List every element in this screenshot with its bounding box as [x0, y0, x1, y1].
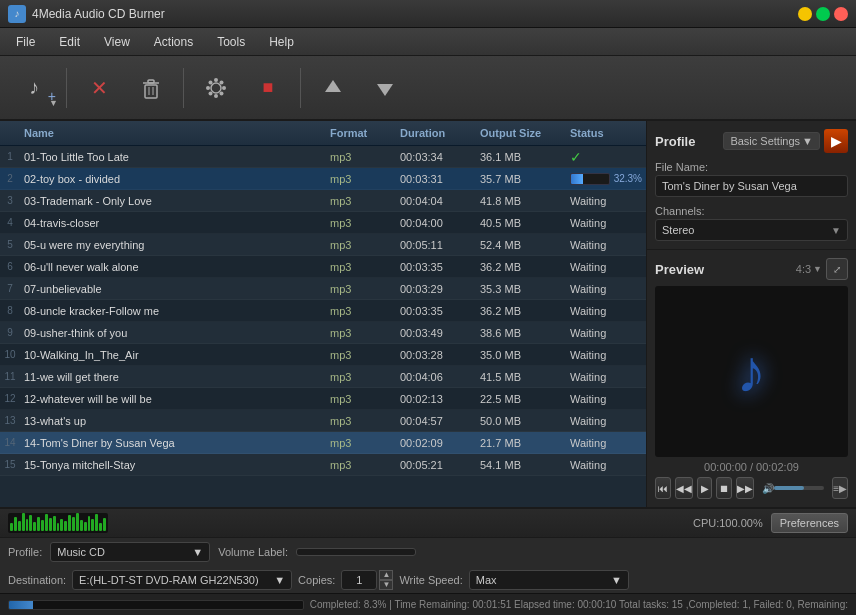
preview-canvas: ♪ [655, 286, 848, 457]
svg-rect-2 [148, 80, 154, 83]
table-row[interactable]: 5 05-u were my everything mp3 00:05:11 5… [0, 234, 646, 256]
waveform-bar [95, 514, 98, 531]
toolbar: ♪ + ▼ ✕ ■ [0, 56, 856, 121]
table-row[interactable]: 8 08-uncle kracker-Follow me mp3 00:03:3… [0, 300, 646, 322]
file-format: mp3 [326, 259, 396, 275]
file-format: mp3 [326, 149, 396, 165]
preferences-button[interactable]: Preferences [771, 513, 848, 533]
waveform-bar [22, 513, 25, 531]
close-button[interactable] [834, 7, 848, 21]
status-progress: 32.3% [566, 171, 646, 187]
rewind-button[interactable]: ◀◀ [675, 477, 693, 499]
table-row[interactable]: 11 11-we will get there mp3 00:04:06 41.… [0, 366, 646, 388]
maximize-button[interactable] [816, 7, 830, 21]
table-row[interactable]: 7 07-unbelievable mp3 00:03:29 35.3 MB W… [0, 278, 646, 300]
row-number: 14 [0, 435, 20, 450]
menu-view[interactable]: View [92, 31, 142, 53]
status-waiting: Waiting [566, 457, 646, 473]
table-row[interactable]: 12 12-whatever will be will be mp3 00:02… [0, 388, 646, 410]
copies-input[interactable]: 1 [341, 570, 377, 590]
filelist-body[interactable]: 1 01-Too Little Too Late mp3 00:03:34 36… [0, 146, 646, 507]
basic-settings-button[interactable]: Basic Settings ▼ [723, 132, 820, 150]
table-row[interactable]: 1 01-Too Little Too Late mp3 00:03:34 36… [0, 146, 646, 168]
status-waiting: Waiting [566, 435, 646, 451]
destination-select[interactable]: E:(HL-DT-ST DVD-RAM GH22N530) ▼ [72, 570, 292, 590]
skip-back-button[interactable]: ⏮ [655, 477, 671, 499]
waveform-bar [68, 515, 71, 531]
play-button[interactable]: ▶ [697, 477, 713, 499]
table-row[interactable]: 4 04-travis-closer mp3 00:04:00 40.5 MB … [0, 212, 646, 234]
file-name: 11-we will get there [20, 369, 326, 385]
waveform-bar [91, 519, 94, 531]
filename-value: Tom's Diner by Susan Vega [655, 175, 848, 197]
file-duration: 00:02:09 [396, 435, 476, 451]
titlebar: ♪ 4Media Audio CD Burner [0, 0, 856, 28]
volume-slider[interactable] [774, 486, 824, 490]
trash-icon [138, 75, 164, 101]
menu-tools[interactable]: Tools [205, 31, 257, 53]
table-row[interactable]: 14 14-Tom's Diner by Susan Vega mp3 00:0… [0, 432, 646, 454]
mini-progress-bar [570, 173, 610, 185]
table-row[interactable]: 10 10-Walking_In_The_Air mp3 00:03:28 35… [0, 344, 646, 366]
overall-progress-bar [8, 600, 304, 610]
svg-point-13 [220, 80, 224, 84]
table-row[interactable]: 6 06-u'll never walk alone mp3 00:03:35 … [0, 256, 646, 278]
col-size: Output Size [476, 125, 566, 141]
add-music-button[interactable]: ♪ + ▼ [10, 64, 58, 112]
preview-controls: ⏮ ◀◀ ▶ ⏹ ▶▶ 🔊 ≡▶ [655, 477, 848, 499]
table-row[interactable]: 3 03-Trademark - Only Love mp3 00:04:04 … [0, 190, 646, 212]
svg-point-6 [214, 78, 218, 82]
settings-button[interactable] [192, 64, 240, 112]
file-duration: 00:02:13 [396, 391, 476, 407]
move-down-button[interactable] [361, 64, 409, 112]
table-row[interactable]: 9 09-usher-think of you mp3 00:03:49 38.… [0, 322, 646, 344]
table-row[interactable]: 13 13-what's up mp3 00:04:57 50.0 MB Wai… [0, 410, 646, 432]
minimize-button[interactable] [798, 7, 812, 21]
profile-select[interactable]: Music CD ▼ [50, 542, 210, 562]
file-format: mp3 [326, 171, 396, 187]
write-speed-select[interactable]: Max ▼ [469, 570, 629, 590]
move-up-button[interactable] [309, 64, 357, 112]
file-name: 04-travis-closer [20, 215, 326, 231]
copies-down-button[interactable]: ▼ [379, 580, 393, 590]
file-name: 15-Tonya mitchell-Stay [20, 457, 326, 473]
file-format: mp3 [326, 303, 396, 319]
profile-select-value: Music CD [57, 546, 105, 558]
file-duration: 00:03:28 [396, 347, 476, 363]
start-button[interactable]: ▶ [824, 129, 848, 153]
waveform-bar [49, 518, 52, 531]
copies-up-button[interactable]: ▲ [379, 570, 393, 580]
audio-settings-button[interactable]: ≡▶ [832, 477, 848, 499]
stop-button[interactable]: ■ [244, 64, 292, 112]
row-number: 7 [0, 281, 20, 296]
menu-edit[interactable]: Edit [47, 31, 92, 53]
delete-button[interactable] [127, 64, 175, 112]
status-waiting: Waiting [566, 369, 646, 385]
menu-file[interactable]: File [4, 31, 47, 53]
status-waiting: Waiting [566, 413, 646, 429]
waveform-bar [29, 515, 32, 531]
menu-actions[interactable]: Actions [142, 31, 205, 53]
table-row[interactable]: 15 15-Tonya mitchell-Stay mp3 00:05:21 5… [0, 454, 646, 476]
copies-spinner[interactable]: ▲ ▼ [379, 570, 393, 590]
row-number: 8 [0, 303, 20, 318]
remove-button[interactable]: ✕ [75, 64, 123, 112]
file-duration: 00:05:11 [396, 237, 476, 253]
fast-forward-button[interactable]: ▶▶ [736, 477, 754, 499]
copies-label: Copies: [298, 574, 335, 586]
table-row[interactable]: 2 02-toy box - divided mp3 00:03:31 35.7… [0, 168, 646, 190]
file-list: Name Format Duration Output Size Status … [0, 121, 646, 507]
channels-select[interactable]: Stereo ▼ [655, 219, 848, 241]
volume-label-input[interactable] [296, 548, 416, 556]
preview-expand-button[interactable]: ⤢ [826, 258, 848, 280]
file-name: 10-Walking_In_The_Air [20, 347, 326, 363]
toolbar-separator-2 [183, 68, 184, 108]
file-name: 02-toy box - divided [20, 171, 326, 187]
svg-point-10 [209, 80, 213, 84]
stop-preview-button[interactable]: ⏹ [716, 477, 732, 499]
menu-help[interactable]: Help [257, 31, 306, 53]
file-name: 03-Trademark - Only Love [20, 193, 326, 209]
status-waiting: Waiting [566, 391, 646, 407]
write-speed-value: Max [476, 574, 497, 586]
file-size: 35.7 MB [476, 171, 566, 187]
